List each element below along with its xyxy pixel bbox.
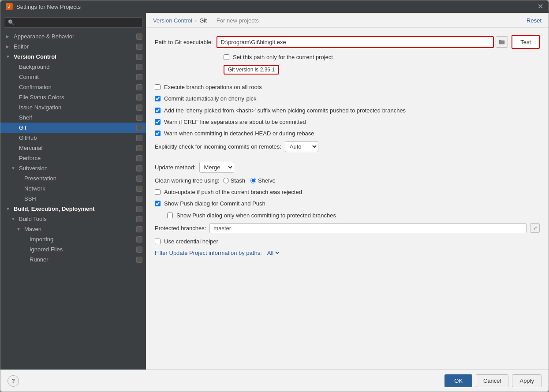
update-method-dropdown[interactable]: Merge Rebase <box>199 162 234 173</box>
ok-button[interactable]: OK <box>444 374 472 387</box>
auto-update-label[interactable]: Auto-update if push of the current branc… <box>164 188 302 196</box>
page-icon <box>136 115 142 121</box>
sidebar-item-label: Git <box>19 124 134 131</box>
stash-radio[interactable] <box>223 178 229 183</box>
warn-detach-checkbox[interactable] <box>155 131 161 136</box>
sidebar-item-label: Ignored Files <box>30 246 134 253</box>
sidebar-item-ssh[interactable]: SSH <box>0 194 146 204</box>
dialog-title: Settings for New Projects <box>16 4 81 10</box>
sidebar-item-label: Build Tools <box>19 216 134 222</box>
sidebar-item-editor[interactable]: ▶ Editor <box>0 41 146 52</box>
path-input-wrapper <box>217 36 508 48</box>
show-push-label[interactable]: Show Push dialog for Commit and Push <box>164 200 265 208</box>
page-icon <box>136 246 142 253</box>
add-suffix-label[interactable]: Add the 'cherry-picked from <hash>' suff… <box>164 107 406 115</box>
sidebar-item-build-exec[interactable]: ▼ Build, Execution, Deployment <box>0 204 146 214</box>
shelve-label[interactable]: Shelve <box>258 177 276 184</box>
arrow-icon: ▼ <box>6 206 11 211</box>
protected-branches-input[interactable] <box>209 223 527 233</box>
sidebar-item-network[interactable]: Network <box>0 183 146 194</box>
breadcrumb-version-control[interactable]: Version Control <box>153 17 192 24</box>
warn-crlf-row: Warn if CRLF line separators are about t… <box>155 118 540 126</box>
show-push-protected-label[interactable]: Show Push dialog only when committing to… <box>176 212 336 220</box>
search-input[interactable] <box>4 17 142 28</box>
sidebar-item-subversion[interactable]: ▼ Subversion <box>0 163 146 173</box>
apply-button[interactable]: Apply <box>512 374 542 387</box>
clean-tree-label: Clean working tree using: <box>155 177 220 184</box>
sidebar-item-mercurial[interactable]: Mercurial <box>0 143 146 153</box>
help-button[interactable]: ? <box>7 375 19 387</box>
arrow-icon: ▼ <box>11 217 16 221</box>
filter-dropdown[interactable]: All <box>265 249 281 257</box>
protected-branches-label: Protected branches: <box>155 225 206 231</box>
sidebar-item-build-tools[interactable]: ▼ Build Tools <box>0 214 146 224</box>
page-icon <box>136 145 142 151</box>
sidebar-item-ignored-files[interactable]: Ignored Files <box>0 244 146 254</box>
warn-crlf-checkbox[interactable] <box>155 119 161 125</box>
arrow-icon: ▼ <box>11 166 16 171</box>
sidebar-item-label: Editor <box>14 43 134 50</box>
sidebar-item-version-control[interactable]: ▼ Version Control <box>0 52 146 62</box>
page-icon <box>136 105 142 111</box>
sidebar-item-importing[interactable]: Importing <box>0 234 146 244</box>
stash-option: Stash <box>223 177 245 184</box>
arrow-icon: ▼ <box>6 54 11 59</box>
execute-branch-row: Execute branch operations on all roots <box>155 83 540 91</box>
sidebar-item-issue-navigation[interactable]: Issue Navigation <box>0 102 146 112</box>
warn-crlf-label[interactable]: Warn if CRLF line separators are about t… <box>164 118 306 126</box>
check-incoming-label: Explicitly check for incoming commits on… <box>155 143 281 150</box>
bottom-bar: ? OK Cancel Apply <box>0 370 549 392</box>
breadcrumb-git: Git <box>199 17 207 24</box>
path-input[interactable] <box>217 36 494 48</box>
sidebar-item-background[interactable]: Background <box>0 62 146 72</box>
warn-detach-label[interactable]: Warn when committing in detached HEAD or… <box>164 130 314 138</box>
check-incoming-dropdown[interactable]: Auto Always Never <box>285 141 318 152</box>
show-push-row: Show Push dialog for Commit and Push <box>155 200 540 208</box>
sidebar-item-perforce[interactable]: Perforce <box>0 153 146 163</box>
commit-auto-checkbox[interactable] <box>155 96 161 101</box>
sidebar-item-label: GitHub <box>19 134 134 141</box>
version-badge: Git version is 2.36.1 <box>224 65 279 75</box>
sidebar-item-github[interactable]: GitHub <box>0 133 146 143</box>
show-push-checkbox[interactable] <box>155 201 161 206</box>
sidebar-item-file-status-colors[interactable]: File Status Colors <box>0 92 146 102</box>
folder-button[interactable] <box>496 36 508 48</box>
commit-auto-label[interactable]: Commit automatically on cherry-pick <box>164 95 257 103</box>
folder-icon <box>499 39 505 45</box>
reset-button[interactable]: Reset <box>527 17 542 24</box>
credential-label[interactable]: Use credential helper <box>164 238 218 246</box>
page-icon <box>136 135 142 141</box>
set-path-label[interactable]: Set this path only for the current proje… <box>233 53 333 61</box>
execute-branch-checkbox[interactable] <box>155 84 161 90</box>
arrow-icon: ▶ <box>6 34 11 39</box>
sidebar-item-label: Commit <box>19 74 134 80</box>
set-path-checkbox[interactable] <box>224 54 229 60</box>
expand-button[interactable]: ⤢ <box>530 223 540 233</box>
show-push-protected-checkbox[interactable] <box>167 213 173 218</box>
shelve-radio[interactable] <box>250 178 256 183</box>
sidebar-item-confirmation[interactable]: Confirmation <box>0 82 146 92</box>
sidebar-item-appearance[interactable]: ▶ Appearance & Behavior <box>0 31 146 41</box>
close-button[interactable]: ✕ <box>538 3 543 10</box>
add-suffix-checkbox[interactable] <box>155 108 161 113</box>
credential-checkbox[interactable] <box>155 239 161 244</box>
sidebar-item-presentation[interactable]: Presentation <box>0 173 146 183</box>
stash-label[interactable]: Stash <box>231 177 245 184</box>
sidebar-item-shelf[interactable]: Shelf <box>0 112 146 123</box>
warn-detach-row: Warn when committing in detached HEAD or… <box>155 130 540 138</box>
execute-branch-label[interactable]: Execute branch operations on all roots <box>164 83 262 91</box>
title-bar: J Settings for New Projects ✕ <box>0 0 549 13</box>
auto-update-row: Auto-update if push of the current branc… <box>155 188 540 196</box>
sidebar-item-runner[interactable]: Runner <box>0 254 146 265</box>
sidebar-item-maven[interactable]: ▼ Maven <box>0 224 146 234</box>
set-path-row: Set this path only for the current proje… <box>224 53 540 61</box>
sidebar-item-git[interactable]: Git <box>0 123 146 133</box>
sidebar-item-commit[interactable]: Commit <box>0 72 146 82</box>
test-button[interactable]: Test <box>512 35 540 49</box>
show-push-protected-row: Show Push dialog only when committing to… <box>155 212 540 220</box>
auto-update-checkbox[interactable] <box>155 189 161 195</box>
cancel-button[interactable]: Cancel <box>476 374 508 387</box>
page-icon <box>136 125 142 131</box>
page-icon <box>136 206 142 212</box>
title-bar-left: J Settings for New Projects <box>6 3 81 10</box>
